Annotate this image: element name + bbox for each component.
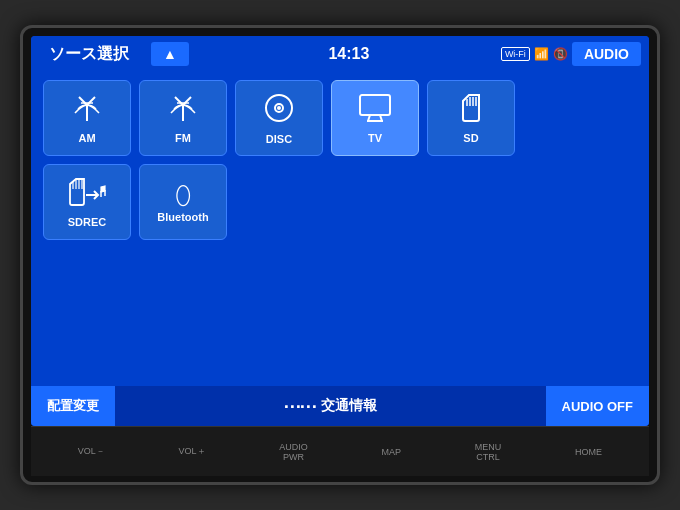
am-label: AM	[78, 132, 95, 144]
sdrec-label: SDREC	[68, 216, 107, 228]
bottom-bar: 配置変更 ⋯⋯ 交通情報 AUDIO OFF	[31, 386, 649, 426]
source-grid: AM FM	[31, 72, 649, 386]
source-disc[interactable]: DISC	[235, 80, 323, 156]
hw-audio-label: AUDIO	[279, 442, 308, 452]
svg-line-1	[79, 97, 87, 105]
signal-icon: 📶	[534, 47, 549, 61]
grid-row-2: SDREC ⬯ Bluetooth	[43, 164, 637, 240]
hw-home[interactable]: HOME	[567, 443, 610, 461]
svg-line-2	[87, 97, 95, 105]
hw-vol-minus-label: VOL－	[78, 445, 105, 458]
hw-menu[interactable]: MENU CTRL	[467, 438, 510, 466]
traffic-label: 交通情報	[321, 397, 377, 415]
source-tv[interactable]: TV	[331, 80, 419, 156]
sd-label: SD	[463, 132, 478, 144]
hw-home-label: HOME	[575, 447, 602, 457]
hw-vol-plus-label: VOL＋	[179, 445, 206, 458]
hw-menu-label: MENU	[475, 442, 502, 452]
sdrec-icon	[68, 177, 106, 212]
hw-audio[interactable]: AUDIO PWR	[271, 438, 316, 466]
hw-map-label: MAP	[382, 447, 402, 457]
traffic-info[interactable]: ⋯⋯ 交通情報	[115, 386, 546, 426]
am-icon	[72, 93, 102, 128]
wifi-icon: Wi-Fi	[501, 47, 530, 61]
device-frame: ソース選択 ▲ 14:13 Wi-Fi 📶 📵 AUDIO	[20, 25, 660, 485]
hardware-buttons: VOL－ VOL＋ AUDIO PWR MAP MENU CTRL HOME	[31, 426, 649, 476]
tv-icon	[358, 93, 392, 128]
source-bluetooth[interactable]: ⬯ Bluetooth	[139, 164, 227, 240]
tv-label: TV	[368, 132, 382, 144]
traffic-dots-icon: ⋯⋯	[283, 395, 315, 417]
sd-icon	[459, 93, 483, 128]
svg-line-6	[183, 97, 191, 105]
svg-rect-11	[360, 95, 390, 115]
bluetooth-label: Bluetooth	[157, 211, 208, 223]
fm-label: FM	[175, 132, 191, 144]
hw-vol-minus[interactable]: VOL－	[70, 441, 113, 462]
hw-map[interactable]: MAP	[374, 443, 410, 461]
source-sd[interactable]: SD	[427, 80, 515, 156]
arrange-button[interactable]: 配置変更	[31, 386, 115, 426]
time-display: 14:13	[201, 45, 497, 63]
disc-icon	[263, 92, 295, 129]
source-sdrec[interactable]: SDREC	[43, 164, 131, 240]
fm-icon	[168, 93, 198, 128]
disc-label: DISC	[266, 133, 292, 145]
svg-line-5	[175, 97, 183, 105]
phone-icon: 📵	[553, 47, 568, 61]
screen-title: ソース選択	[39, 40, 139, 69]
audio-badge[interactable]: AUDIO	[572, 42, 641, 66]
source-fm[interactable]: FM	[139, 80, 227, 156]
bluetooth-icon: ⬯	[175, 181, 191, 207]
hw-audio-sub: PWR	[279, 452, 308, 462]
status-icons: Wi-Fi 📶 📵	[501, 47, 568, 61]
hw-vol-plus[interactable]: VOL＋	[171, 441, 214, 462]
top-bar: ソース選択 ▲ 14:13 Wi-Fi 📶 📵 AUDIO	[31, 36, 649, 72]
grid-row-1: AM FM	[43, 80, 637, 156]
eject-button[interactable]: ▲	[151, 42, 189, 66]
audio-off-button[interactable]: AUDIO OFF	[546, 386, 650, 426]
hw-menu-sub: CTRL	[475, 452, 502, 462]
source-am[interactable]: AM	[43, 80, 131, 156]
svg-point-10	[277, 106, 281, 110]
screen: ソース選択 ▲ 14:13 Wi-Fi 📶 📵 AUDIO	[31, 36, 649, 426]
